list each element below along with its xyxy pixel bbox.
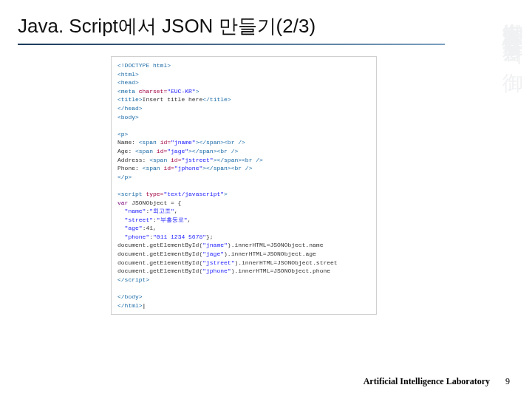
code-line: document.getElementById("jphone").innerH… bbox=[117, 267, 370, 276]
code-line: </head> bbox=[117, 104, 370, 113]
code-line: <title>Insert title here</title> bbox=[117, 95, 370, 104]
slide-title: Java. Script에서 JSON 만들기(2/3) bbox=[18, 13, 514, 39]
code-line: Phone: <span id="jphone"></span><br /> bbox=[117, 164, 370, 173]
page-number: 9 bbox=[505, 376, 510, 387]
code-line: document.getElementById("jage").innerHTM… bbox=[117, 250, 370, 259]
code-line: <p> bbox=[117, 130, 370, 139]
code-line: </html>| bbox=[117, 301, 370, 310]
title-container: Java. Script에서 JSON 만들기(2/3) bbox=[0, 0, 532, 48]
slide: Java. Script에서 JSON 만들기(2/3) <!DOCTYPE h… bbox=[0, 0, 532, 399]
title-underline bbox=[18, 44, 445, 45]
code-line: <script type="text/javascript"> bbox=[117, 190, 370, 199]
code-line: <meta charset="EUC-KR"> bbox=[117, 87, 370, 96]
code-line: <head> bbox=[117, 78, 370, 87]
code-line: </body> bbox=[117, 293, 370, 301]
code-line: "name":"최고조", bbox=[117, 207, 370, 216]
code-line: Name: <span id="jname"></span><br /> bbox=[117, 138, 370, 147]
footer: Artificial Intelligence Laboratory 9 bbox=[364, 376, 510, 387]
code-line: "age":41, bbox=[117, 224, 370, 233]
code-line: <!DOCTYPE html> bbox=[117, 61, 370, 70]
code-line: var JSONObject = { bbox=[117, 199, 370, 208]
code-line: document.getElementById("jstreet").inner… bbox=[117, 259, 370, 267]
code-line: </script> bbox=[117, 276, 370, 284]
code-line: <body> bbox=[117, 113, 370, 122]
code-panel: <!DOCTYPE html> <html> <head> <meta char… bbox=[111, 56, 377, 315]
code-line: document.getElementById("jname").innerHT… bbox=[117, 241, 370, 250]
code-line: Age: <span id="jage"></span><br /> bbox=[117, 147, 370, 156]
code-line: </p> bbox=[117, 173, 370, 182]
code-line: "phone":"011 1234 5678"}; bbox=[117, 233, 370, 242]
footer-lab: Artificial Intelligence Laboratory bbox=[364, 376, 490, 386]
text-caret-icon: | bbox=[143, 302, 146, 309]
code-line: Address: <span id="jstreet"></span><br /… bbox=[117, 156, 370, 165]
code-line bbox=[117, 284, 370, 293]
code-line: <html> bbox=[117, 70, 370, 79]
code-line: "street":"부흥동로", bbox=[117, 216, 370, 225]
code-line bbox=[117, 181, 370, 190]
code-line bbox=[117, 121, 370, 130]
